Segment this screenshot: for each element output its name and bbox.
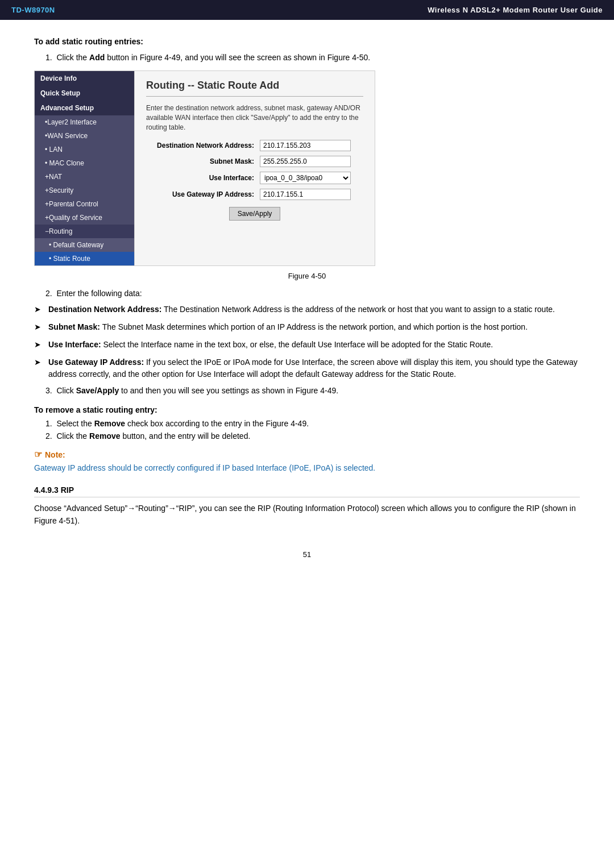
sidebar-item-security[interactable]: +Security (35, 184, 134, 197)
remove-step2: 2. Click the Remove button, and the entr… (45, 431, 580, 441)
step3-text: 3. Click Save/Apply to and then you will… (45, 386, 580, 395)
section-4493-title: 4.4.9.3 RIP (34, 485, 580, 497)
note-text: Gateway IP address should be correctly c… (34, 462, 580, 474)
destination-label: Destination Network Address: (146, 142, 260, 149)
bullet-arrow-1: ➤ (34, 321, 48, 333)
sidebar-item-advanced-setup[interactable]: Advanced Setup (35, 101, 134, 115)
page-header: TD-W8970N Wireless N ADSL2+ Modem Router… (0, 0, 614, 20)
main-content: To add static routing entries: 1. Click … (0, 20, 614, 576)
section-heading-add: To add static routing entries: (34, 37, 580, 46)
sidebar-item-mac-clone[interactable]: • MAC Clone (35, 156, 134, 170)
bullet-text-1: Subnet Mask: The Subnet Mask determines … (48, 321, 580, 333)
bullet-arrow-3: ➤ (34, 356, 48, 380)
interface-label: Use Interface: (146, 174, 260, 182)
sidebar-item-wan[interactable]: •WAN Service (35, 129, 134, 143)
sidebar-item-default-gateway[interactable]: • Default Gateway (35, 238, 134, 252)
router-sidebar: Device Info Quick Setup Advanced Setup •… (35, 71, 134, 265)
subnet-input[interactable] (260, 156, 351, 167)
step1-text: 1. Click the Add button in Figure 4-49, … (45, 53, 580, 62)
gateway-input[interactable] (260, 189, 351, 200)
panel-description: Enter the destination network address, s… (146, 103, 363, 132)
page-number: 51 (34, 550, 580, 559)
section-4493-text: Choose “Advanced Setup”→“Routing”→“RIP”,… (34, 502, 580, 528)
sidebar-item-static-route[interactable]: • Static Route (35, 252, 134, 265)
interface-select[interactable]: ipoa_0_0_38/ipoa0 (260, 172, 351, 184)
sidebar-item-nat[interactable]: +NAT (35, 170, 134, 184)
gateway-label: Use Gateway IP Address: (146, 190, 260, 198)
bullet-item-3: ➤ Use Gateway IP Address: If you select … (34, 356, 580, 380)
bullet-text-2: Use Interface: Select the Interface name… (48, 339, 580, 351)
bullet-item-1: ➤ Subnet Mask: The Subnet Mask determine… (34, 321, 580, 333)
section-4493: 4.4.9.3 RIP Choose “Advanced Setup”→“Rou… (34, 485, 580, 528)
remove-step1: 1. Select the Remove check box according… (45, 419, 580, 428)
subnet-row: Subnet Mask: (146, 156, 363, 167)
note-section: ☞ Note: Gateway IP address should be cor… (34, 449, 580, 474)
destination-input[interactable] (260, 140, 351, 151)
interface-row: Use Interface: ipoa_0_0_38/ipoa0 (146, 172, 363, 184)
sidebar-item-layer2[interactable]: •Layer2 Interface (35, 115, 134, 129)
gateway-row: Use Gateway IP Address: (146, 189, 363, 200)
step2-text: 2. Enter the following data: (45, 289, 580, 298)
section-heading-remove: To remove a static routing entry: (34, 405, 580, 414)
routing-panel: Routing -- Static Route Add Enter the de… (134, 71, 375, 265)
destination-row: Destination Network Address: (146, 140, 363, 151)
sidebar-item-quick-setup[interactable]: Quick Setup (35, 86, 134, 101)
bullet-arrow-0: ➤ (34, 304, 48, 315)
bullet-list: ➤ Destination Network Address: The Desti… (34, 304, 580, 380)
bullet-text-0: Destination Network Address: The Destina… (48, 304, 580, 315)
header-model: TD-W8970N (11, 6, 55, 14)
bullet-item-2: ➤ Use Interface: Select the Interface na… (34, 339, 580, 351)
sidebar-item-routing[interactable]: −Routing (35, 225, 134, 238)
note-label: ☞ Note: (34, 449, 580, 460)
sidebar-item-parental[interactable]: +Parental Control (35, 197, 134, 211)
sidebar-item-lan[interactable]: • LAN (35, 143, 134, 156)
figure-4-50: Device Info Quick Setup Advanced Setup •… (34, 70, 375, 266)
bullet-arrow-2: ➤ (34, 339, 48, 351)
save-apply-button[interactable]: Save/Apply (229, 207, 281, 221)
bullet-item-0: ➤ Destination Network Address: The Desti… (34, 304, 580, 315)
figure-caption: Figure 4-50 (34, 272, 580, 280)
sidebar-item-qos[interactable]: +Quality of Service (35, 211, 134, 225)
bullet-text-3: Use Gateway IP Address: If you select th… (48, 356, 580, 380)
panel-title: Routing -- Static Route Add (146, 80, 363, 97)
header-title: Wireless N ADSL2+ Modem Router User Guid… (428, 6, 603, 14)
subnet-label: Subnet Mask: (146, 157, 260, 165)
sidebar-item-device-info[interactable]: Device Info (35, 71, 134, 86)
note-icon: ☞ (34, 449, 42, 460)
